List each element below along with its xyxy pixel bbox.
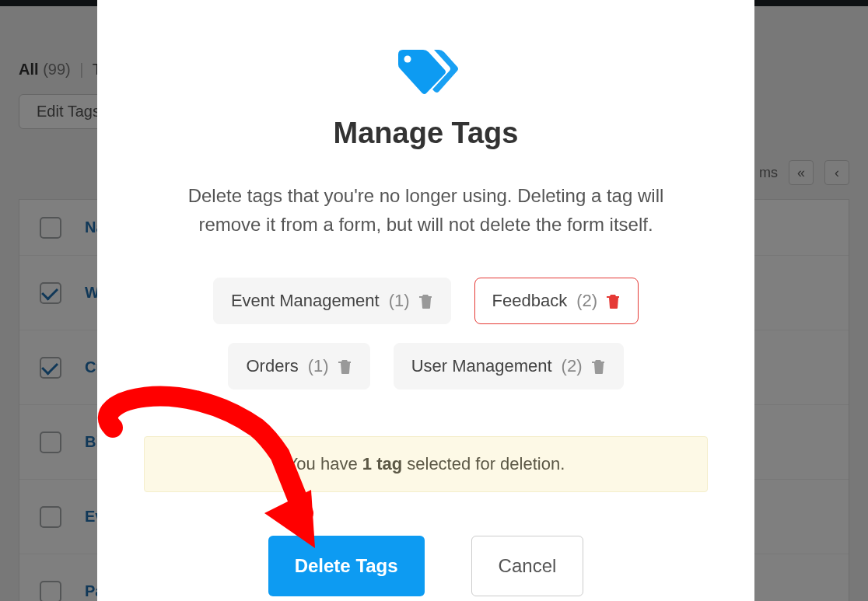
tag-list: Event Management (1) Feedback (2) Orders… (144, 278, 708, 390)
manage-tags-modal: Manage Tags Delete tags that you're no l… (97, 0, 754, 601)
tag-count: (2) (562, 356, 583, 376)
notice-prefix: You have (287, 454, 362, 473)
modal-description: Delete tags that you're no longer using.… (144, 181, 708, 239)
tag-count: (1) (308, 356, 329, 376)
modal-title: Manage Tags (144, 117, 708, 150)
tag-label: User Management (411, 356, 552, 376)
tag-label: Feedback (492, 291, 568, 311)
tag-orders[interactable]: Orders (1) (228, 343, 369, 390)
tag-count: (1) (389, 291, 410, 311)
modal-actions: Delete Tags Cancel (144, 536, 708, 596)
tag-label: Event Management (231, 291, 380, 311)
svg-point-0 (404, 56, 411, 63)
tags-icon (144, 44, 708, 101)
selection-notice: You have 1 tag selected for deletion. (144, 436, 708, 492)
delete-tags-button[interactable]: Delete Tags (268, 536, 425, 596)
trash-icon[interactable] (419, 293, 433, 309)
notice-bold: 1 tag (362, 454, 402, 473)
tag-label: Orders (246, 356, 298, 376)
tag-feedback[interactable]: Feedback (2) (474, 278, 639, 324)
tag-count: (2) (576, 291, 597, 311)
notice-suffix: selected for deletion. (402, 454, 565, 473)
tag-user-management[interactable]: User Management (2) (394, 343, 624, 390)
cancel-button[interactable]: Cancel (471, 536, 584, 596)
trash-icon[interactable] (607, 293, 621, 309)
tag-event-management[interactable]: Event Management (1) (213, 278, 451, 324)
trash-icon[interactable] (338, 358, 352, 374)
trash-icon[interactable] (592, 358, 606, 374)
